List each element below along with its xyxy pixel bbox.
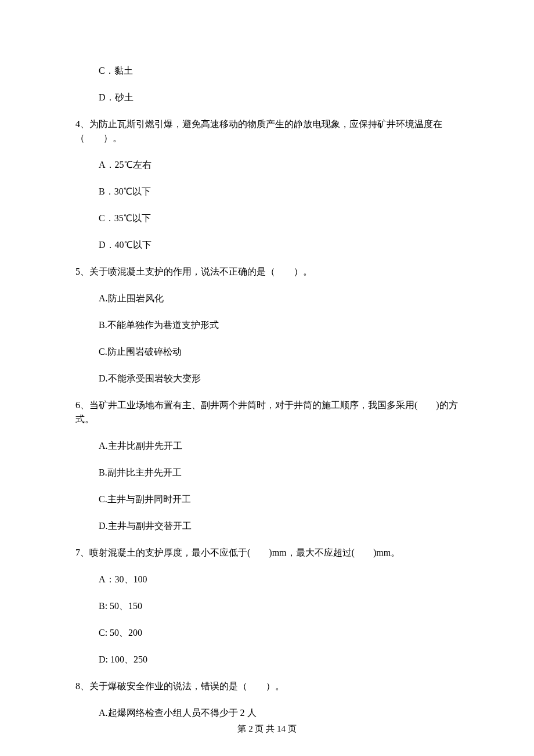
q4-option-b: B．30℃以下	[75, 185, 459, 199]
q5-option-c: C.防止围岩破碎松动	[75, 345, 459, 359]
q4-option-c: C．35℃以下	[75, 211, 459, 225]
q6-option-c: C.主井与副井同时开工	[75, 492, 459, 506]
q5-option-d: D.不能承受围岩较大变形	[75, 372, 459, 386]
q7-text: 7、喷射混凝土的支护厚度，最小不应低于( )mm，最大不应超过( )mm。	[75, 546, 459, 560]
q4-text: 4、为防止瓦斯引燃引爆，避免高速移动的物质产生的静放电现象，应保持矿井环境温度在…	[75, 117, 459, 145]
q7-option-c: C: 50、200	[75, 626, 459, 640]
q3-option-d: D．砂土	[75, 91, 459, 105]
q3-option-c: C．黏土	[75, 64, 459, 78]
q6-option-b: B.副井比主井先开工	[75, 466, 459, 480]
q6-option-d: D.主井与副井交替开工	[75, 519, 459, 533]
q4-option-d: D．40℃以下	[75, 238, 459, 252]
q6-text: 6、当矿井工业场地布置有主、副井两个井筒时，对于井筒的施工顺序，我国多采用( )…	[75, 398, 459, 426]
q5-option-b: B.不能单独作为巷道支护形式	[75, 318, 459, 332]
q7-option-d: D: 100、250	[75, 653, 459, 667]
q5-option-a: A.防止围岩风化	[75, 291, 459, 305]
q7-option-a: A：30、100	[75, 573, 459, 586]
q4-option-a: A．25℃左右	[75, 158, 459, 172]
q8-option-a: A.起爆网络检查小组人员不得少于 2 人	[75, 706, 459, 720]
q6-option-a: A.主井比副井先开工	[75, 439, 459, 453]
page-footer: 第 2 页 共 14 页	[0, 722, 534, 736]
q8-text: 8、关于爆破安全作业的说法，错误的是（ ）。	[75, 679, 459, 693]
q5-text: 5、关于喷混凝土支护的作用，说法不正确的是（ ）。	[75, 265, 459, 279]
q7-option-b: B: 50、150	[75, 599, 459, 613]
